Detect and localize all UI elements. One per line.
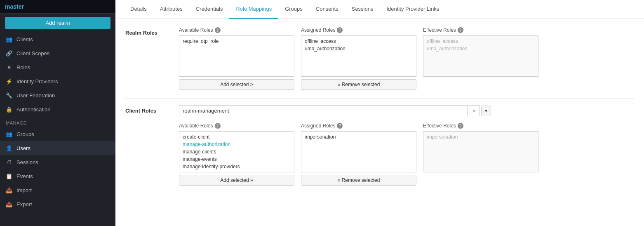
- client-assigned-listbox[interactable]: impersonation: [301, 131, 416, 172]
- sidebar-item-authentication-label: Authentication: [16, 106, 50, 113]
- client-available-label: Available Roles ?: [179, 123, 294, 129]
- client-roles-dropdown-button[interactable]: ▾: [481, 106, 491, 116]
- realm-remove-selected-button[interactable]: « Remove selected: [301, 79, 416, 90]
- client-add-selected-button[interactable]: Add selected »: [179, 175, 294, 186]
- list-item[interactable]: manage-clients: [181, 148, 292, 155]
- client-roles-spacer: [125, 123, 179, 125]
- tab-role-mappings[interactable]: Role Mappings: [229, 0, 278, 19]
- tab-groups[interactable]: Groups: [278, 0, 309, 19]
- list-item[interactable]: manage-authorization: [181, 141, 292, 148]
- content-area: Realm Roles Available Roles ? require_ot…: [115, 19, 644, 226]
- client-effective-label: Effective Roles ?: [423, 123, 538, 129]
- realm-available-col: Available Roles ? require_otp_role Add s…: [179, 27, 294, 90]
- client-available-col: Available Roles ? create-client manage-a…: [179, 123, 294, 186]
- realm-effective-label: Effective Roles ?: [423, 27, 538, 33]
- tab-identity-provider-links[interactable]: Identity Provider Links: [380, 0, 446, 19]
- sidebar-item-import-label: Import: [16, 187, 32, 193]
- client-assigned-label: Assigned Roles ?: [301, 123, 416, 129]
- client-assigned-col: Assigned Roles ? impersonation « Remove …: [301, 123, 416, 186]
- list-item: uma_authorization: [425, 45, 536, 52]
- realm-available-listbox[interactable]: require_otp_role: [179, 35, 294, 77]
- list-item[interactable]: manage-events: [181, 155, 292, 163]
- realm-effective-help-icon[interactable]: ?: [458, 27, 463, 33]
- client-roles-columns: Available Roles ? create-client manage-a…: [179, 123, 634, 186]
- sidebar-item-roles-label: Roles: [16, 64, 30, 71]
- client-roles-section: Available Roles ? create-client manage-a…: [125, 123, 634, 186]
- realm-assigned-help-icon[interactable]: ?: [337, 27, 343, 33]
- sidebar-item-events[interactable]: 📋 Events: [0, 169, 115, 183]
- realm-effective-col: Effective Roles ? offline_access uma_aut…: [423, 27, 538, 77]
- clients-icon: 👥: [6, 36, 12, 42]
- client-roles-input[interactable]: [179, 105, 468, 116]
- import-icon: 📥: [6, 187, 12, 193]
- client-assigned-help-icon[interactable]: ?: [337, 123, 343, 129]
- sidebar-item-user-federation[interactable]: 🔧 User Federation: [0, 88, 115, 102]
- realm-assigned-label: Assigned Roles ?: [301, 27, 416, 33]
- list-item: impersonation: [425, 133, 536, 141]
- sidebar-item-users[interactable]: 👤 Users: [0, 141, 115, 155]
- sidebar-item-groups[interactable]: 👥 Groups: [0, 127, 115, 141]
- user-federation-icon: 🔧: [6, 92, 12, 99]
- tab-credentials[interactable]: Credentials: [189, 0, 230, 19]
- sidebar-item-groups-label: Groups: [16, 131, 34, 137]
- client-roles-row: Client Roles × ▾: [125, 105, 634, 116]
- tab-consents[interactable]: Consents: [309, 0, 345, 19]
- list-item[interactable]: create-client: [181, 133, 292, 141]
- add-realm-button[interactable]: Add realm: [5, 17, 110, 29]
- section-divider: [125, 98, 634, 99]
- list-item: offline_access: [425, 38, 536, 45]
- tab-sessions[interactable]: Sessions: [345, 0, 380, 19]
- sidebar-item-users-label: Users: [16, 145, 31, 151]
- list-item[interactable]: impersonation: [303, 133, 414, 141]
- realm-assigned-col: Assigned Roles ? offline_access uma_auth…: [301, 27, 416, 90]
- events-icon: 📋: [6, 173, 12, 179]
- client-roles-select-wrap: × ▾: [179, 105, 491, 116]
- users-icon: 👤: [6, 145, 12, 151]
- sidebar-item-sessions-label: Sessions: [16, 159, 38, 165]
- sidebar-item-identity-providers-label: Identity Providers: [16, 78, 58, 85]
- authentication-icon: 🔒: [6, 106, 12, 113]
- tab-bar: Details Attributes Credentials Role Mapp…: [115, 0, 644, 19]
- sessions-nav-icon: ⏱: [6, 159, 12, 165]
- client-remove-selected-button[interactable]: « Remove selected: [301, 175, 416, 186]
- manage-section-label: Manage: [0, 116, 115, 127]
- client-available-listbox[interactable]: create-client manage-authorization manag…: [179, 131, 294, 172]
- realm-effective-listbox: offline_access uma_authorization: [423, 35, 538, 77]
- client-available-help-icon[interactable]: ?: [215, 123, 221, 129]
- realm-roles-label: Realm Roles: [125, 27, 179, 36]
- sidebar-item-import[interactable]: 📥 Import: [0, 183, 115, 197]
- sidebar-item-sessions[interactable]: ⏱ Sessions: [0, 155, 115, 169]
- list-item[interactable]: manage-identity-providers: [181, 163, 292, 170]
- roles-icon: ≡: [6, 64, 12, 71]
- tab-details[interactable]: Details: [124, 0, 153, 19]
- main-content: Details Attributes Credentials Role Mapp…: [115, 0, 644, 226]
- export-icon: 📤: [6, 201, 12, 207]
- realm-add-selected-button[interactable]: Add selected >: [179, 79, 294, 90]
- sidebar-item-user-federation-label: User Federation: [16, 92, 55, 99]
- sidebar: master Add realm 👥 Clients 🔗 Client Scop…: [0, 0, 115, 226]
- sidebar-item-clients-label: Clients: [16, 36, 33, 42]
- sidebar-item-client-scopes[interactable]: 🔗 Client Scopes: [0, 46, 115, 60]
- client-effective-col: Effective Roles ? impersonation: [423, 123, 538, 172]
- list-item[interactable]: offline_access: [303, 38, 414, 45]
- sidebar-item-roles[interactable]: ≡ Roles: [0, 60, 115, 74]
- client-roles-clear-button[interactable]: ×: [469, 105, 479, 116]
- realm-assigned-listbox[interactable]: offline_access uma_authorization: [301, 35, 416, 77]
- tab-attributes[interactable]: Attributes: [153, 0, 189, 19]
- sidebar-item-export-label: Export: [16, 201, 32, 207]
- client-effective-help-icon[interactable]: ?: [458, 123, 463, 129]
- client-scopes-icon: 🔗: [6, 50, 12, 56]
- sidebar-item-client-scopes-label: Client Scopes: [16, 50, 49, 56]
- client-roles-label: Client Roles: [125, 105, 179, 114]
- sidebar-item-clients[interactable]: 👥 Clients: [0, 32, 115, 46]
- list-item[interactable]: uma_authorization: [303, 45, 414, 52]
- realm-available-help-icon[interactable]: ?: [215, 27, 221, 33]
- sidebar-item-events-label: Events: [16, 173, 33, 179]
- list-item[interactable]: require_otp_role: [181, 38, 292, 45]
- realm-roles-section: Realm Roles Available Roles ? require_ot…: [125, 27, 634, 90]
- sidebar-item-authentication[interactable]: 🔒 Authentication: [0, 102, 115, 116]
- sidebar-item-identity-providers[interactable]: ⚡ Identity Providers: [0, 74, 115, 88]
- realm-available-label: Available Roles ?: [179, 27, 294, 33]
- client-effective-listbox: impersonation: [423, 131, 538, 172]
- sidebar-item-export[interactable]: 📤 Export: [0, 197, 115, 211]
